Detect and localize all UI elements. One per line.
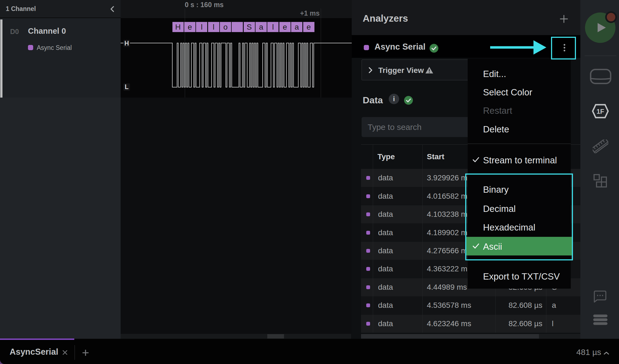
svg-text:1F: 1F — [597, 108, 604, 115]
svg-text:i: i — [393, 95, 395, 103]
